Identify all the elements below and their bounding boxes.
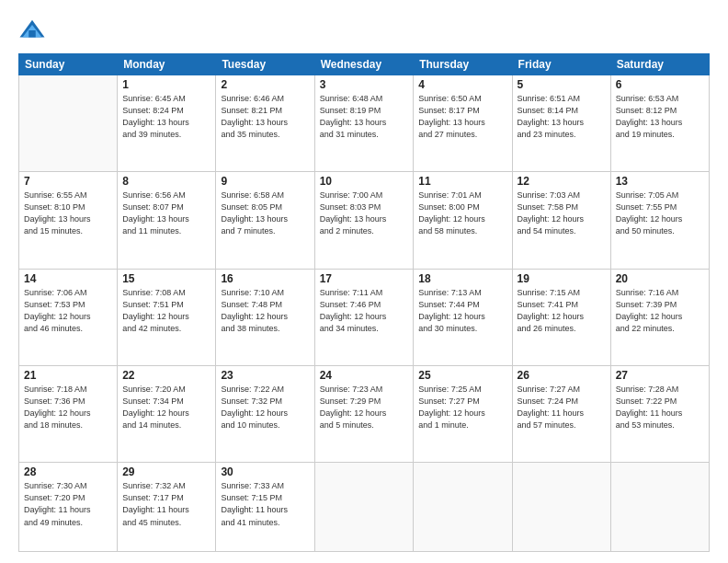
cell-info: Sunrise: 7:28 AM Sunset: 7:22 PM Dayligh… — [616, 384, 704, 431]
calendar-cell — [512, 463, 610, 552]
calendar-cell: 21Sunrise: 7:18 AM Sunset: 7:36 PM Dayli… — [19, 366, 118, 463]
calendar-cell: 5Sunrise: 6:51 AM Sunset: 8:14 PM Daylig… — [512, 75, 610, 172]
calendar-week-row: 1Sunrise: 6:45 AM Sunset: 8:24 PM Daylig… — [19, 75, 710, 172]
calendar-cell: 8Sunrise: 6:56 AM Sunset: 8:07 PM Daylig… — [118, 172, 216, 269]
cell-info: Sunrise: 7:16 AM Sunset: 7:39 PM Dayligh… — [616, 287, 704, 335]
cell-info: Sunrise: 7:32 AM Sunset: 7:17 PM Dayligh… — [122, 480, 210, 528]
cell-info: Sunrise: 7:00 AM Sunset: 8:03 PM Dayligh… — [320, 190, 409, 237]
calendar-cell: 28Sunrise: 7:30 AM Sunset: 7:20 PM Dayli… — [19, 463, 118, 552]
day-number: 22 — [122, 369, 210, 382]
calendar-cell: 26Sunrise: 7:27 AM Sunset: 7:24 PM Dayli… — [512, 366, 610, 463]
cell-info: Sunrise: 6:55 AM Sunset: 8:10 PM Dayligh… — [24, 190, 112, 237]
calendar-cell: 19Sunrise: 7:15 AM Sunset: 7:41 PM Dayli… — [512, 269, 610, 365]
calendar-cell: 18Sunrise: 7:13 AM Sunset: 7:44 PM Dayli… — [414, 269, 512, 365]
cell-info: Sunrise: 6:51 AM Sunset: 8:14 PM Dayligh… — [518, 93, 606, 141]
calendar-cell: 14Sunrise: 7:06 AM Sunset: 7:53 PM Dayli… — [19, 269, 118, 365]
cell-info: Sunrise: 7:27 AM Sunset: 7:24 PM Dayligh… — [518, 384, 606, 431]
cell-info: Sunrise: 7:10 AM Sunset: 7:48 PM Dayligh… — [221, 287, 309, 335]
calendar-cell: 30Sunrise: 7:33 AM Sunset: 7:15 PM Dayli… — [216, 463, 314, 552]
cell-info: Sunrise: 7:22 AM Sunset: 7:32 PM Dayligh… — [221, 384, 309, 431]
calendar-week-row: 7Sunrise: 6:55 AM Sunset: 8:10 PM Daylig… — [19, 172, 710, 269]
day-number: 10 — [320, 175, 409, 188]
svg-rect-2 — [28, 30, 36, 38]
day-number: 14 — [24, 272, 112, 285]
cell-info: Sunrise: 7:18 AM Sunset: 7:36 PM Dayligh… — [24, 384, 112, 431]
day-number: 26 — [518, 369, 606, 382]
day-number: 2 — [221, 78, 309, 91]
calendar-cell: 1Sunrise: 6:45 AM Sunset: 8:24 PM Daylig… — [118, 75, 216, 172]
calendar-cell: 23Sunrise: 7:22 AM Sunset: 7:32 PM Dayli… — [216, 366, 314, 463]
day-number: 9 — [221, 175, 309, 188]
calendar-cell: 13Sunrise: 7:05 AM Sunset: 7:55 PM Dayli… — [610, 172, 709, 269]
day-number: 11 — [418, 175, 506, 188]
cell-info: Sunrise: 7:25 AM Sunset: 7:27 PM Dayligh… — [418, 384, 506, 431]
day-number: 18 — [418, 272, 506, 285]
cell-info: Sunrise: 7:13 AM Sunset: 7:44 PM Dayligh… — [418, 287, 506, 335]
cell-info: Sunrise: 7:05 AM Sunset: 7:55 PM Dayligh… — [616, 190, 704, 237]
calendar-cell: 2Sunrise: 6:46 AM Sunset: 8:21 PM Daylig… — [216, 75, 314, 172]
calendar-cell: 29Sunrise: 7:32 AM Sunset: 7:17 PM Dayli… — [118, 463, 216, 552]
calendar-day-header: Friday — [512, 54, 610, 75]
calendar-cell: 4Sunrise: 6:50 AM Sunset: 8:17 PM Daylig… — [414, 75, 512, 172]
cell-info: Sunrise: 7:15 AM Sunset: 7:41 PM Dayligh… — [518, 287, 606, 335]
calendar-cell: 27Sunrise: 7:28 AM Sunset: 7:22 PM Dayli… — [610, 366, 709, 463]
day-number: 19 — [518, 272, 606, 285]
day-number: 25 — [418, 369, 506, 382]
calendar-cell: 3Sunrise: 6:48 AM Sunset: 8:19 PM Daylig… — [314, 75, 414, 172]
calendar-cell — [610, 463, 709, 552]
cell-info: Sunrise: 7:08 AM Sunset: 7:51 PM Dayligh… — [122, 287, 210, 335]
day-number: 16 — [221, 272, 309, 285]
cell-info: Sunrise: 6:48 AM Sunset: 8:19 PM Dayligh… — [320, 93, 409, 141]
calendar-week-row: 28Sunrise: 7:30 AM Sunset: 7:20 PM Dayli… — [19, 463, 710, 552]
page: SundayMondayTuesdayWednesdayThursdayFrid… — [0, 0, 728, 563]
calendar-cell: 7Sunrise: 6:55 AM Sunset: 8:10 PM Daylig… — [19, 172, 118, 269]
day-number: 6 — [616, 78, 704, 91]
cell-info: Sunrise: 7:03 AM Sunset: 7:58 PM Dayligh… — [518, 190, 606, 237]
day-number: 28 — [24, 465, 112, 478]
calendar-cell: 12Sunrise: 7:03 AM Sunset: 7:58 PM Dayli… — [512, 172, 610, 269]
calendar-cell — [414, 463, 512, 552]
header — [18, 17, 710, 44]
logo-icon — [18, 17, 46, 44]
day-number: 29 — [122, 465, 210, 478]
day-number: 12 — [518, 175, 606, 188]
cell-info: Sunrise: 7:33 AM Sunset: 7:15 PM Dayligh… — [221, 480, 309, 528]
day-number: 20 — [616, 272, 704, 285]
calendar-cell: 9Sunrise: 6:58 AM Sunset: 8:05 PM Daylig… — [216, 172, 314, 269]
calendar-cell: 22Sunrise: 7:20 AM Sunset: 7:34 PM Dayli… — [118, 366, 216, 463]
cell-info: Sunrise: 6:53 AM Sunset: 8:12 PM Dayligh… — [616, 93, 704, 141]
calendar-table: SundayMondayTuesdayWednesdayThursdayFrid… — [18, 53, 710, 552]
calendar-cell: 24Sunrise: 7:23 AM Sunset: 7:29 PM Dayli… — [314, 366, 414, 463]
cell-info: Sunrise: 7:23 AM Sunset: 7:29 PM Dayligh… — [320, 384, 409, 431]
day-number: 8 — [122, 175, 210, 188]
day-number: 30 — [221, 465, 309, 478]
day-number: 21 — [24, 369, 112, 382]
cell-info: Sunrise: 6:56 AM Sunset: 8:07 PM Dayligh… — [122, 190, 210, 237]
cell-info: Sunrise: 7:30 AM Sunset: 7:20 PM Dayligh… — [24, 480, 112, 528]
day-number: 27 — [616, 369, 704, 382]
calendar-cell: 11Sunrise: 7:01 AM Sunset: 8:00 PM Dayli… — [414, 172, 512, 269]
calendar-cell: 20Sunrise: 7:16 AM Sunset: 7:39 PM Dayli… — [610, 269, 709, 365]
day-number: 23 — [221, 369, 309, 382]
calendar-header-row: SundayMondayTuesdayWednesdayThursdayFrid… — [19, 54, 710, 75]
day-number: 24 — [320, 369, 409, 382]
day-number: 13 — [616, 175, 704, 188]
day-number: 7 — [24, 175, 112, 188]
logo — [18, 17, 50, 44]
calendar-week-row: 21Sunrise: 7:18 AM Sunset: 7:36 PM Dayli… — [19, 366, 710, 463]
cell-info: Sunrise: 6:46 AM Sunset: 8:21 PM Dayligh… — [221, 93, 309, 141]
calendar-cell: 6Sunrise: 6:53 AM Sunset: 8:12 PM Daylig… — [610, 75, 709, 172]
calendar-day-header: Thursday — [414, 54, 512, 75]
cell-info: Sunrise: 7:11 AM Sunset: 7:46 PM Dayligh… — [320, 287, 409, 335]
cell-info: Sunrise: 7:06 AM Sunset: 7:53 PM Dayligh… — [24, 287, 112, 335]
day-number: 4 — [418, 78, 506, 91]
cell-info: Sunrise: 6:45 AM Sunset: 8:24 PM Dayligh… — [122, 93, 210, 141]
cell-info: Sunrise: 7:20 AM Sunset: 7:34 PM Dayligh… — [122, 384, 210, 431]
cell-info: Sunrise: 7:01 AM Sunset: 8:00 PM Dayligh… — [418, 190, 506, 237]
cell-info: Sunrise: 6:50 AM Sunset: 8:17 PM Dayligh… — [418, 93, 506, 141]
day-number: 17 — [320, 272, 409, 285]
day-number: 15 — [122, 272, 210, 285]
calendar-day-header: Wednesday — [314, 54, 414, 75]
day-number: 1 — [122, 78, 210, 91]
calendar-cell: 10Sunrise: 7:00 AM Sunset: 8:03 PM Dayli… — [314, 172, 414, 269]
